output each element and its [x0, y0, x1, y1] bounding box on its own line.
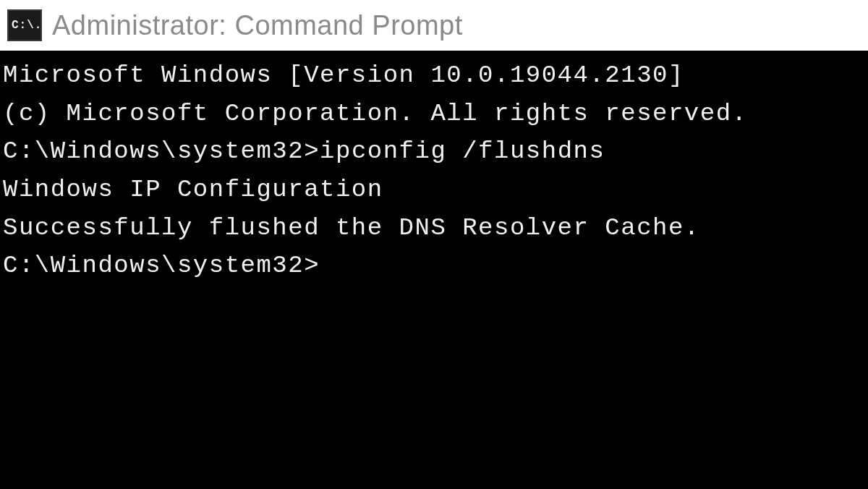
titlebar[interactable]: C:\. Administrator: Command Prompt: [0, 0, 868, 51]
cmd-icon-text: C:\.: [12, 19, 42, 32]
current-prompt[interactable]: C:\Windows\system32>: [3, 247, 865, 285]
terminal-output[interactable]: Microsoft Windows [Version 10.0.19044.21…: [0, 51, 868, 489]
output-message: Successfully flushed the DNS Resolver Ca…: [3, 209, 865, 247]
version-line: Microsoft Windows [Version 10.0.19044.21…: [3, 56, 865, 95]
window-title: Administrator: Command Prompt: [52, 10, 463, 41]
entered-command: ipconfig /flushdns: [320, 137, 605, 165]
copyright-line: (c) Microsoft Corporation. All rights re…: [3, 95, 865, 133]
cmd-icon: C:\.: [7, 9, 42, 41]
output-header: Windows IP Configuration: [3, 171, 865, 209]
prompt-path: C:\Windows\system32>: [3, 137, 320, 165]
prompt-line: C:\Windows\system32>ipconfig /flushdns: [3, 132, 865, 171]
command-prompt-window: C:\. Administrator: Command Prompt Micro…: [0, 0, 868, 489]
